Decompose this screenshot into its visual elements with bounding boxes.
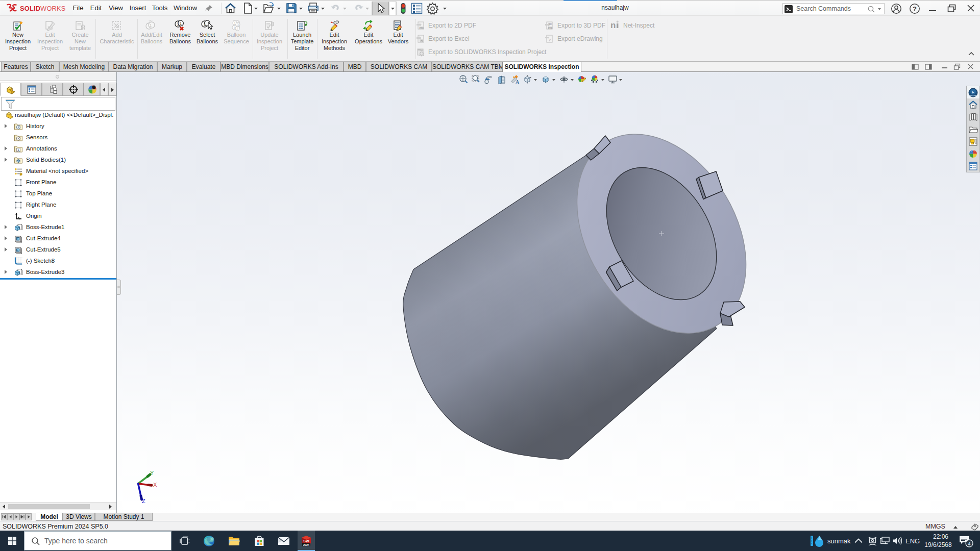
svg-text:1: 1 <box>149 23 152 28</box>
svg-text:SW: SW <box>303 539 309 543</box>
svg-text:1: 1 <box>233 26 235 30</box>
svg-text:4: 4 <box>968 541 970 546</box>
svg-text:2: 2 <box>236 27 238 31</box>
svg-text:3D: 3D <box>549 22 552 26</box>
svg-text:2024: 2024 <box>303 543 310 546</box>
svg-text:PDF: PDF <box>420 27 424 30</box>
svg-text:n: n <box>610 20 616 30</box>
svg-text:3: 3 <box>237 23 239 27</box>
svg-text:A: A <box>516 79 520 85</box>
svg-text:1: 1 <box>234 21 236 25</box>
svg-text:SOLIDWORKS: SOLIDWORKS <box>20 5 65 12</box>
svg-text:?: ? <box>913 5 917 13</box>
svg-text:Z: Z <box>142 498 145 504</box>
svg-text:e: e <box>549 38 551 42</box>
svg-text:PDF: PDF <box>548 27 553 30</box>
svg-text:Y: Y <box>150 470 154 476</box>
svg-text:1: 1 <box>204 21 206 27</box>
svg-text:X: X <box>153 482 157 488</box>
svg-text:A: A <box>17 148 20 152</box>
svg-text:1: 1 <box>180 21 182 26</box>
